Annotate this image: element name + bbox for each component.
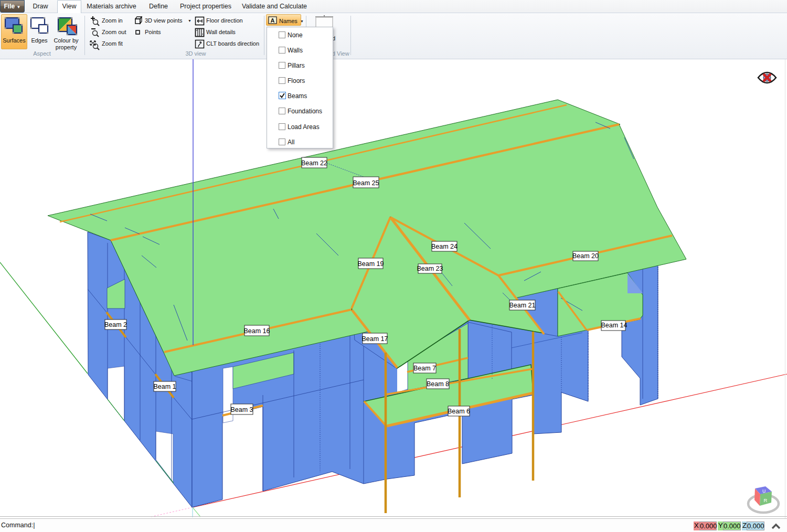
svg-text:U: U [762,488,765,494]
svg-text:A: A [271,17,275,24]
svg-text:Beam 22: Beam 22 [301,159,327,167]
svg-text:Beam 23: Beam 23 [417,265,443,272]
svg-text:Beam 1: Beam 1 [153,383,176,390]
svg-text:Beam 21: Beam 21 [509,302,535,309]
svg-text:Beam 24: Beam 24 [431,243,458,250]
svg-text:Beam 19: Beam 19 [357,260,384,268]
svg-text:Beam 7: Beam 7 [413,365,436,372]
svg-text:Beam 17: Beam 17 [361,335,388,343]
svg-text:Beam 25: Beam 25 [353,179,379,187]
svg-text:Beam 3: Beam 3 [230,406,253,413]
svg-text:Beam 20: Beam 20 [572,252,599,260]
svg-text:Beam 6: Beam 6 [448,408,470,415]
svg-text:R: R [764,497,768,503]
svg-text:Beam 2: Beam 2 [104,321,127,328]
svg-text:Beam 16: Beam 16 [243,327,270,335]
svg-text:Beam 14: Beam 14 [601,322,627,329]
svg-text:Beam 8: Beam 8 [427,380,449,388]
